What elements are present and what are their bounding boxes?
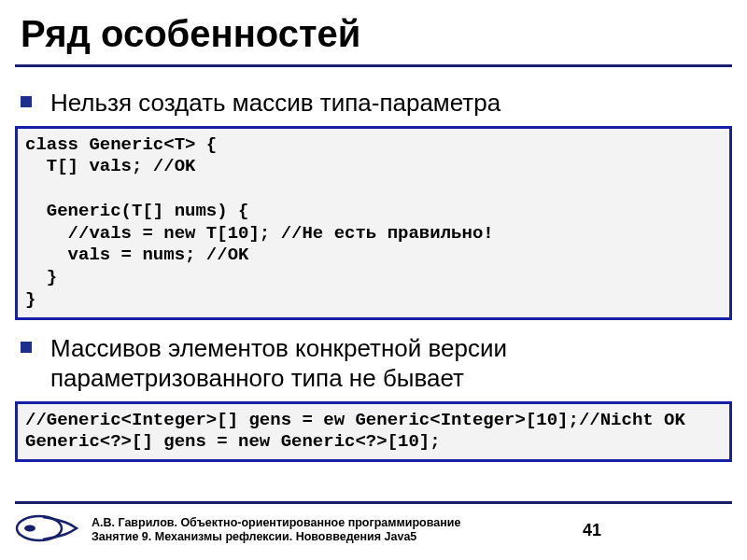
slide: Ряд особенностей Нельзя создать массив т… — [0, 0, 747, 560]
footer-text: А.В. Гаврилов. Объектно-ориентированное … — [92, 516, 583, 544]
footer: А.В. Гаврилов. Объектно-ориентированное … — [15, 506, 732, 554]
page-number: 41 — [583, 521, 732, 540]
bullet-square-icon — [21, 96, 32, 107]
slide-content: Нельзя создать массив типа-параметра cla… — [0, 88, 747, 462]
footer-line-2: Занятие 9. Механизмы рефлексии. Нововвед… — [92, 530, 583, 544]
footer-line-1: А.В. Гаврилов. Объектно-ориентированное … — [92, 516, 583, 530]
logo-icon — [15, 511, 80, 549]
bullet-item: Нельзя создать массив типа-параметра — [21, 88, 732, 119]
code-block-2: //Generic<Integer>[] gens = ew Generic<I… — [15, 401, 732, 463]
bullet-text: Массивов элементов конкретной версии пар… — [50, 333, 732, 394]
title-rule — [15, 64, 732, 67]
bullet-text: Нельзя создать массив типа-параметра — [50, 88, 500, 119]
bullet-item: Массивов элементов конкретной версии пар… — [21, 333, 732, 394]
bullet-square-icon — [21, 342, 32, 353]
svg-point-1 — [24, 525, 35, 532]
page-title: Ряд особенностей — [0, 0, 747, 64]
code-block-1: class Generic<T> { T[] vals; //OK Generi… — [15, 126, 732, 320]
footer-rule — [15, 501, 732, 504]
